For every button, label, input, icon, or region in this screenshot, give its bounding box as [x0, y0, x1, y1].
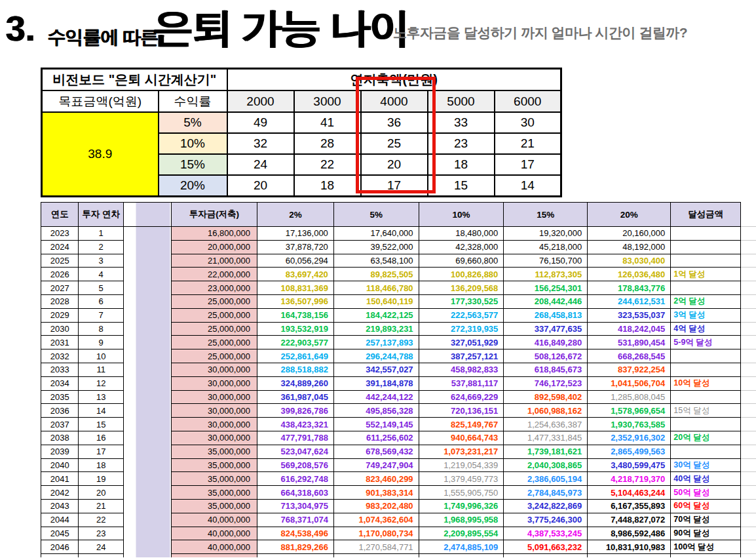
- return-value-cell: 18,480,000: [419, 227, 504, 241]
- spacer-cell: [124, 227, 172, 241]
- return-value-cell: 2,386,605,194: [504, 472, 588, 486]
- return-value-cell: 1,170,080,734: [333, 527, 419, 540]
- cutoff-cell: [740, 458, 756, 472]
- spacer-cell: [124, 376, 172, 390]
- return-value-cell: 901,383,314: [333, 486, 419, 500]
- projection-row: 2028625,000,000136,507,996150,640,119177…: [41, 294, 756, 308]
- investment-amount-cell: 30,000,000: [171, 390, 257, 404]
- return-value-cell: 678,569,432: [333, 445, 419, 458]
- return-value-cell: 1,739,181,621: [504, 445, 588, 458]
- projection-row: 2027523,000,000108,831,369118,466,780136…: [41, 281, 756, 295]
- projection-row: 20361430,000,000399,826,786495,856,32872…: [41, 404, 756, 418]
- clipped-cell: [504, 554, 588, 557]
- page-title: 은퇴 가능 나이: [152, 0, 407, 55]
- year-cell: 2042: [41, 486, 79, 500]
- achievement-cell: [671, 445, 741, 458]
- projection-row: 2023116,800,00017,136,00017,640,00018,48…: [41, 227, 756, 241]
- projection-row: 20432135,000,000713,304,975983,202,4801,…: [41, 499, 756, 513]
- investment-amount-cell: 21,000,000: [171, 254, 257, 268]
- cutoff-cell: [740, 322, 756, 336]
- projection-row: 20321025,000,000252,861,649296,244,78838…: [41, 349, 756, 363]
- return-value-cell: 108,831,369: [257, 281, 334, 295]
- return-value-cell: 76,150,700: [504, 254, 588, 268]
- projection-header-row: 연도 투자 연차 투자금(저축) 2% 5% 10% 15% 20% 달성금액: [41, 203, 756, 227]
- spacer-cell: [124, 527, 172, 540]
- return-value-cell: 37,878,720: [257, 240, 334, 254]
- investment-amount-cell: 40,000,000: [171, 540, 257, 554]
- achievement-cell: 30억 달성: [671, 458, 741, 472]
- retirement-age-cell: 28: [294, 133, 361, 154]
- return-value-cell: 569,208,576: [257, 458, 334, 472]
- return-value-cell: 618,845,673: [504, 363, 588, 376]
- investment-year-cell: 3: [79, 254, 124, 268]
- col-header-20pct: 20%: [588, 203, 671, 227]
- retirement-age-cell: 22: [294, 154, 361, 175]
- return-value-cell: 940,664,743: [419, 431, 504, 445]
- return-value-cell: 342,557,027: [333, 363, 419, 376]
- col-header-achievement: 달성금액: [671, 203, 741, 227]
- achievement-cell: 5-9억 달성: [671, 336, 741, 349]
- investment-year-cell: 20: [79, 486, 124, 500]
- investment-amount-cell: 16,800,000: [171, 227, 257, 241]
- cutoff-cell: [740, 431, 756, 445]
- savings-header-cell: 수익률: [159, 90, 227, 112]
- return-value-cell: 1,073,231,217: [419, 445, 504, 458]
- return-value-cell: 20,160,000: [588, 227, 671, 241]
- spacer-cell: [124, 294, 172, 308]
- spacer-cell: [124, 404, 172, 418]
- return-value-cell: 83,030,400: [588, 254, 671, 268]
- projection-row: 2029725,000,000164,738,156184,422,125222…: [41, 308, 756, 322]
- projection-row: 20381630,000,000477,791,788611,256,60294…: [41, 431, 756, 445]
- col-header-cutoff: [740, 203, 756, 227]
- return-value-cell: 4,218,719,370: [588, 472, 671, 486]
- return-value-cell: 323,535,037: [588, 308, 671, 322]
- investment-year-cell: 19: [79, 472, 124, 486]
- spacer-cell: [124, 486, 172, 500]
- return-value-cell: 825,149,767: [419, 418, 504, 431]
- return-value-cell: 17,136,000: [257, 227, 334, 241]
- spacer-cell: [124, 540, 172, 554]
- projection-row: 2025321,000,00060,056,29463,548,10069,66…: [41, 254, 756, 268]
- return-value-cell: 552,149,145: [333, 418, 419, 431]
- achievement-cell: 10억 달성: [671, 376, 741, 390]
- return-value-cell: 746,172,523: [504, 376, 588, 390]
- cutoff-cell: [740, 540, 756, 554]
- savings-header-cell: 목표금액(억원): [42, 90, 159, 112]
- investment-year-cell: 14: [79, 404, 124, 418]
- cutoff-cell: [740, 445, 756, 458]
- spacer-cell: [124, 240, 172, 254]
- achievement-cell: [671, 240, 741, 254]
- col-header-investment: 투자금(저축): [171, 203, 257, 227]
- clipped-cell: [124, 554, 172, 557]
- return-value-cell: 1,379,459,773: [419, 472, 504, 486]
- investment-amount-cell: 30,000,000: [171, 418, 257, 431]
- return-value-cell: 6,167,355,893: [588, 499, 671, 513]
- cutoff-cell: [740, 376, 756, 390]
- cutoff-cell: [740, 499, 756, 513]
- projection-row: 20452340,000,000824,538,4961,170,080,734…: [41, 527, 756, 540]
- spacer-cell: [124, 499, 172, 513]
- retirement-age-cell: 21: [495, 133, 561, 154]
- return-value-cell: 5,091,663,232: [504, 540, 588, 554]
- return-value-cell: 83,697,420: [257, 268, 334, 281]
- return-value-cell: 268,458,813: [504, 308, 588, 322]
- clipped-cell: [333, 554, 419, 557]
- return-value-cell: 327,051,929: [419, 336, 504, 349]
- investment-year-cell: 23: [79, 527, 124, 540]
- col-header-15pct: 15%: [504, 203, 588, 227]
- investment-year-cell: 18: [79, 458, 124, 472]
- return-value-cell: 184,422,125: [333, 308, 419, 322]
- retirement-age-cell: 14: [495, 175, 561, 197]
- year-cell: 2031: [41, 336, 79, 349]
- return-value-cell: 177,330,525: [419, 294, 504, 308]
- clipped-row: [41, 554, 756, 557]
- return-value-cell: 4,387,533,245: [504, 527, 588, 540]
- year-cell: 2027: [41, 281, 79, 295]
- return-value-cell: 824,538,496: [257, 527, 334, 540]
- investment-year-cell: 9: [79, 336, 124, 349]
- return-value-cell: 624,669,229: [419, 390, 504, 404]
- cutoff-cell: [740, 254, 756, 268]
- year-cell: 2035: [41, 390, 79, 404]
- projection-row: 20462440,000,000881,829,2661,270,584,771…: [41, 540, 756, 554]
- investment-amount-cell: 35,000,000: [171, 486, 257, 500]
